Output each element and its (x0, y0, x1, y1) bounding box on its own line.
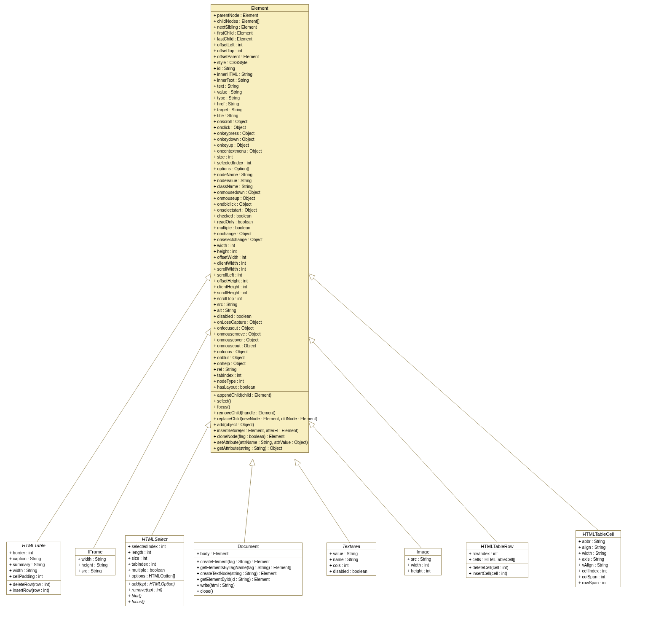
member: + parentNode : Element (214, 13, 306, 19)
member: + offsetTop : int (214, 48, 306, 54)
member: + createTextNode(string : String) : Elem… (197, 571, 300, 577)
member: + selectedIndex : int (128, 544, 181, 550)
member: + summary : String (9, 562, 58, 568)
member: + nodeName : String (214, 172, 306, 178)
svg-line-2 (152, 422, 211, 535)
svg-line-1 (94, 329, 211, 548)
member: + title : String (214, 113, 306, 119)
member: + select() (214, 398, 306, 404)
member: + onchange : Object (214, 231, 306, 237)
class-title: HTMLSelect (126, 536, 184, 543)
member: + firstChild : Element (214, 30, 306, 36)
member: + type : String (214, 95, 306, 101)
member: + onfocus : Object (214, 349, 306, 355)
svg-line-5 (309, 422, 421, 548)
member: + multiple : boolean (128, 567, 181, 573)
class-document: Document + body : Element + createElemen… (194, 543, 303, 596)
member: + rel : String (214, 367, 306, 373)
svg-line-0 (37, 274, 211, 542)
class-htmlselect: HTMLSelect + selectedIndex : int+ length… (125, 535, 184, 606)
member: + onblur : Object (214, 355, 306, 361)
member: + write(html : String) (197, 583, 300, 588)
member: + removeChild(handle : Element) (214, 410, 306, 416)
member: + cells : HTMLTableCell[] (469, 557, 525, 563)
member: + nextSibling : Element (214, 24, 306, 30)
member: + length : int (128, 550, 181, 556)
member: + getElementsByTagName(tag : String) : E… (197, 565, 300, 571)
class-image: Image + src : String+ width : int+ heigh… (404, 548, 442, 575)
member: + blur() (128, 593, 181, 599)
ops: + add(opt : HTMLOption)+ remove(opt : in… (126, 580, 184, 606)
member: + align : String (578, 545, 618, 551)
member: + onmouseout : Object (214, 343, 306, 349)
class-title: HTMLTableRow (466, 543, 528, 550)
member: + getElementById(id : String) : Element (197, 577, 300, 583)
member: + childNodes : Element[] (214, 19, 306, 24)
member: + insertRow(row : int) (9, 588, 58, 594)
member: + height : int (214, 249, 306, 255)
member: + clientHeight : int (214, 284, 306, 290)
member: + value : String (329, 551, 373, 557)
ops: + deleteRow(row : int)+ insertRow(row : … (7, 581, 61, 594)
member: + hasLayout : boolean (214, 384, 306, 390)
member: + cellPadding : int (9, 574, 58, 580)
member: + innerHTML : String (214, 72, 306, 78)
attrs: + body : Element (194, 550, 302, 558)
member: + onselectstart : Object (214, 207, 306, 213)
member: + remove(opt : int) (128, 587, 181, 593)
member: + offsetLeft : int (214, 42, 306, 48)
member: + cols : int (329, 563, 373, 569)
class-title: HTMLTableCell (576, 531, 621, 538)
member: + onmouseup : Object (214, 196, 306, 201)
member: + vAlign : String (578, 562, 618, 568)
class-htmltable: HTMLTable + border : int+ caption : Stri… (6, 542, 61, 595)
member: + offsetHeight : int (214, 278, 306, 284)
member: + width : int (407, 562, 439, 568)
member: + getAttribute(string : String) : Object (214, 446, 306, 451)
member: + options : Option[] (214, 166, 306, 172)
member: + setAttribute(attrName : String, attrVa… (214, 440, 306, 446)
member: + focus() (128, 599, 181, 605)
member: + caption : String (9, 556, 58, 562)
member: + onkeyup : Object (214, 142, 306, 148)
attrs: + width : String+ height : String+ src :… (75, 556, 115, 575)
member: + onhelp : Object (214, 361, 306, 367)
member: + ondblclick : Object (214, 201, 306, 207)
member: + clientWidth : int (214, 261, 306, 266)
member: + checked : boolean (214, 213, 306, 219)
class-title: IFrame (75, 548, 115, 556)
member: + offsetWidth : int (214, 255, 306, 261)
member: + replaceChild(newNode : Element, oldNod… (214, 416, 306, 422)
member: + onfocusout : Object (214, 325, 306, 331)
member: + rowIndex : int (469, 551, 525, 557)
member: + createElement(tag : String) : Element (197, 559, 300, 565)
member: + abbr : String (578, 539, 618, 545)
class-title: Element (211, 5, 308, 12)
member: + axis : String (578, 556, 618, 562)
member: + nodeType : int (214, 379, 306, 384)
class-title: Document (194, 543, 302, 550)
member: + cellIndex : int (578, 568, 618, 574)
member: + offsetParent : Element (214, 54, 306, 60)
member: + style : CSSStyle (214, 60, 306, 66)
attrs: + rowIndex : int+ cells : HTMLTableCell[… (466, 550, 528, 564)
member: + nodeValue : String (214, 178, 306, 184)
member: + src : String (407, 556, 439, 562)
ops: + deleteCell(cell : int)+ insertCell(cel… (466, 564, 528, 578)
member: + width : String (578, 551, 618, 556)
member: + src : String (214, 302, 306, 308)
class-htmltablerow: HTMLTableRow + rowIndex : int+ cells : H… (466, 543, 528, 578)
member: + alt : String (214, 308, 306, 314)
member: + insertBefore(el : Element, afterEl : E… (214, 428, 306, 434)
svg-line-7 (309, 274, 598, 530)
member: + deleteCell(cell : int) (469, 565, 525, 571)
member: + target : String (214, 107, 306, 113)
member: + focus() (214, 404, 306, 410)
member: + width : String (78, 556, 112, 562)
member: + width : int (214, 243, 306, 249)
member: + options : HTMLOption[] (128, 573, 181, 579)
attrs: + border : int+ caption : String+ summar… (7, 549, 61, 581)
member: + value : String (214, 89, 306, 95)
member: + oncontextmenu : Object (214, 148, 306, 154)
member: + insertCell(cell : int) (469, 571, 525, 577)
